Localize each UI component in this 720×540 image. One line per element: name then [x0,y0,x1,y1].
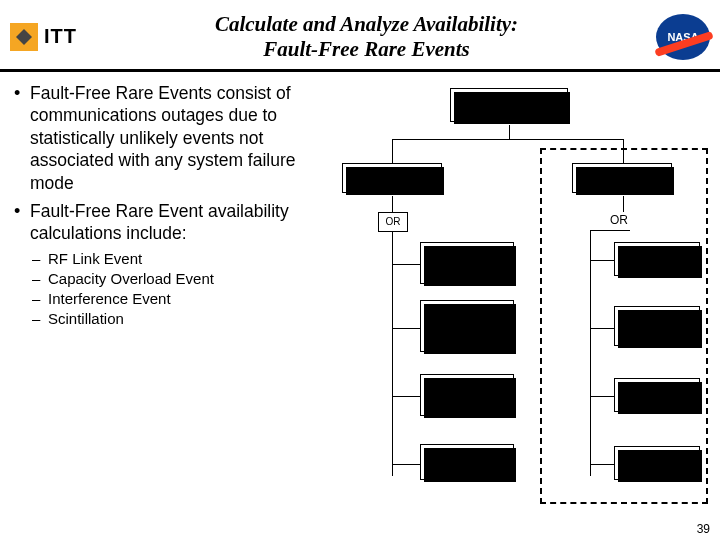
node-top-text: Communications Unavailable for >T [462,92,546,115]
connector [392,264,420,265]
connector [392,328,420,329]
node-rf-link-event: RF Link Event [614,242,700,276]
itt-logo: ITT [10,23,77,51]
node-system-component-failures: System Component Failures [342,163,442,193]
node-ground-station-equipment-failure: Ground Station Equipment Failure Event [420,242,514,284]
node-capacity-overload-event: Capacity Overlaod Event [614,306,700,346]
connector [590,260,614,261]
title-line-1: Calculate and Analyze Availability: [77,12,656,37]
connector [590,464,614,465]
or-gate-left: OR [378,212,408,232]
text-column: Fault-Free Rare Events consist of commun… [12,82,310,512]
bullet-2-text: Fault-Free Rare Event availability calcu… [30,201,289,243]
nasa-logo: NASA [656,14,710,60]
connector [392,196,393,212]
page-number: 39 [697,522,710,536]
node-interference-event: Interference Event [614,378,700,412]
sub-bullet-4: Scintillation [30,309,304,329]
slide-header: ITT Calculate and Analyze Availability: … [0,0,720,72]
itt-logo-text: ITT [44,25,77,48]
connector [590,328,614,329]
connector [590,396,614,397]
content-area: Fault-Free Rare Events consist of commun… [0,72,720,512]
node-satellite-failure: Satellite Failure Event [420,444,514,480]
fault-tree-diagram: Communications Unavailable for >TCO Syst… [310,82,710,512]
itt-logo-icon [10,23,38,51]
or-gate-right: OR [610,213,628,227]
connector [392,139,624,140]
connector [590,230,591,476]
connector [392,396,420,397]
node-fault-free-rare-events: Fault-Free Rare Events [572,163,672,193]
connector [590,230,630,231]
node-satellite-control-equipment-failure: Satellite Control Equipment Failure Even… [420,300,514,352]
connector [392,232,393,476]
connector [509,125,510,139]
connector [623,196,624,212]
node-top: Communications Unavailable for >TCO [450,88,568,122]
bullet-2: Fault-Free Rare Event availability calcu… [12,200,304,330]
node-scintillation-event: Scintillation Event [614,446,700,480]
node-aircraft-station-failure: Aircraft Station Failure Event [420,374,514,416]
sub-bullet-list: RF Link Event Capacity Overload Event In… [30,249,304,330]
connector [392,464,420,465]
title-block: Calculate and Analyze Availability: Faul… [77,12,656,62]
node-top-sub: CO [543,107,556,117]
sub-bullet-2: Capacity Overload Event [30,269,304,289]
connector [392,139,393,163]
sub-bullet-1: RF Link Event [30,249,304,269]
sub-bullet-3: Interference Event [30,289,304,309]
bullet-list: Fault-Free Rare Events consist of commun… [12,82,304,330]
title-line-2: Fault-Free Rare Events [77,37,656,62]
bullet-1: Fault-Free Rare Events consist of commun… [12,82,304,194]
